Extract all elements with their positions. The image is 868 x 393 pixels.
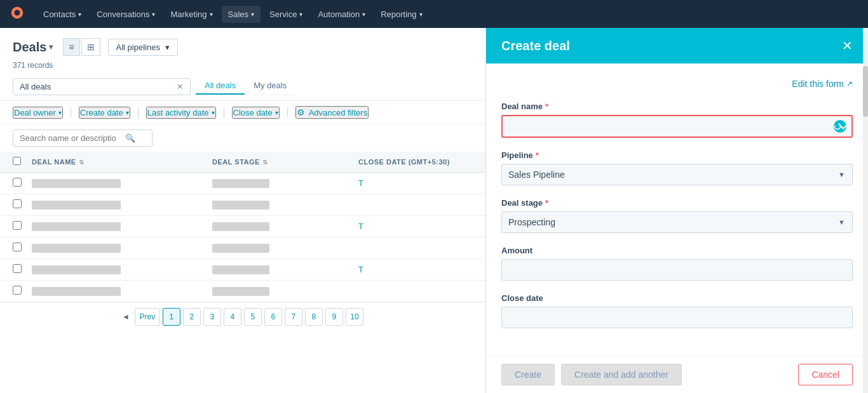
deal-stage-select[interactable]: Prospecting	[501, 211, 853, 233]
col-header-deal-stage[interactable]: DEAL STAGE ⇅	[212, 158, 358, 166]
blurred-deal-stage	[212, 287, 269, 296]
col-header-deal-name[interactable]: DEAL NAME ⇅	[32, 158, 212, 166]
table-header: DEAL NAME ⇅ DEAL STAGE ⇅ CLOSE DATE (GMT…	[0, 152, 485, 173]
deal-owner-filter[interactable]: Deal owner ▾	[13, 107, 63, 119]
col-header-close-date[interactable]: CLOSE DATE (GMT+5:30)	[358, 158, 473, 166]
table-row: T	[0, 259, 485, 281]
filter-tabs-row: All deals ✕ All deals My deals	[0, 72, 485, 101]
page-button-7[interactable]: 7	[285, 308, 302, 326]
separator	[71, 107, 71, 117]
search-icon[interactable]: 🔍	[125, 133, 135, 143]
modal-title: Create deal	[501, 39, 570, 53]
blurred-deal-name	[32, 179, 121, 188]
close-date-filter[interactable]: Close date ▾	[232, 107, 280, 119]
clear-filter-icon[interactable]: ✕	[177, 82, 184, 91]
nav-conversations[interactable]: Conversations ▾	[90, 6, 161, 23]
search-input[interactable]	[20, 133, 121, 143]
nav-marketing[interactable]: Marketing ▾	[164, 6, 219, 23]
deal-name-input[interactable]	[501, 115, 853, 138]
page-title[interactable]: Deals ▾	[13, 40, 53, 55]
scrollbar-thumb[interactable]	[863, 66, 868, 117]
filter-search-area: All deals ✕	[13, 78, 191, 95]
select-all-checkbox-wrap[interactable]	[13, 157, 32, 167]
search-input-wrap: 🔍	[13, 130, 153, 147]
select-all-checkbox[interactable]	[13, 157, 21, 165]
modal-body: Edit this form ↗ Deal name *	[486, 63, 868, 356]
chevron-down-icon: ▾	[212, 109, 215, 116]
deal-name-input-wrap	[501, 115, 853, 138]
separator	[287, 107, 288, 117]
deal-stage-group: Deal stage * Prospecting	[501, 198, 853, 233]
hubspot-logo	[10, 6, 24, 23]
cancel-button[interactable]: Cancel	[798, 364, 853, 385]
deal-name-group: Deal name *	[501, 102, 853, 138]
last-activity-date-filter[interactable]: Last activity date ▾	[146, 107, 216, 119]
pipeline-dropdown[interactable]: All pipelines ▾	[108, 39, 178, 56]
row-checkbox[interactable]	[13, 221, 22, 230]
separator	[138, 107, 139, 117]
blurred-deal-name	[32, 287, 121, 296]
chevron-down-icon: ▾	[210, 11, 213, 18]
table-row: T	[0, 173, 485, 194]
tab-my-deals[interactable]: My deals	[245, 77, 295, 95]
deal-stage-select-wrap: Prospecting	[501, 211, 853, 233]
page-button-4[interactable]: 4	[224, 308, 241, 326]
modal-header: Create deal ✕	[486, 28, 868, 63]
blurred-deal-name	[32, 244, 121, 253]
blurred-deal-stage	[212, 244, 269, 253]
table-row	[0, 281, 485, 302]
nav-service[interactable]: Service ▾	[263, 6, 309, 23]
blurred-deal-stage	[212, 179, 269, 188]
chevron-down-icon: ▾	[299, 11, 302, 18]
column-filters-row: Deal owner ▾ Create date ▾ Last activity…	[0, 101, 485, 124]
row-checkbox[interactable]	[13, 243, 22, 251]
sort-icon: ⇅	[79, 159, 85, 166]
page-button-10[interactable]: 10	[346, 308, 363, 326]
amount-label: Amount	[501, 246, 853, 255]
page-button-6[interactable]: 6	[264, 308, 282, 326]
table-row	[0, 237, 485, 259]
list-view-button[interactable]: ≡	[63, 38, 79, 56]
chevron-down-icon: ▾	[58, 109, 62, 116]
filter-tab-all-deals[interactable]: All deals	[20, 82, 51, 91]
blurred-deal-name	[32, 201, 121, 210]
chevron-down-icon: ▾	[362, 11, 365, 18]
required-indicator: *	[536, 150, 539, 160]
row-checkbox[interactable]	[13, 199, 22, 208]
create-button[interactable]: Create	[501, 364, 555, 385]
close-date-input[interactable]	[501, 307, 853, 328]
page-button-3[interactable]: 3	[203, 308, 221, 326]
close-date-group: Close date	[501, 293, 853, 328]
page-button-8[interactable]: 8	[305, 308, 323, 326]
chevron-down-icon: ▾	[275, 109, 278, 116]
page-button-2[interactable]: 2	[183, 308, 201, 326]
pipeline-select[interactable]: Sales Pipeline	[501, 164, 853, 185]
nav-reporting[interactable]: Reporting ▾	[374, 6, 428, 23]
scrollbar-track[interactable]	[863, 28, 868, 393]
prev-page-button[interactable]: Prev	[135, 308, 160, 326]
pipeline-label: Pipeline *	[501, 150, 853, 160]
nav-contacts[interactable]: Contacts ▾	[37, 6, 88, 23]
create-date-filter[interactable]: Create date ▾	[79, 107, 130, 119]
page-button-5[interactable]: 5	[244, 308, 262, 326]
blurred-deal-name	[32, 222, 121, 231]
nav-sales[interactable]: Sales ▾	[222, 6, 261, 23]
page-button-9[interactable]: 9	[325, 308, 343, 326]
row-checkbox[interactable]	[13, 286, 22, 295]
tab-all-deals[interactable]: All deals	[196, 77, 245, 95]
svg-point-2	[835, 124, 841, 130]
advanced-filters-button[interactable]: ⚙ Advanced filters	[295, 106, 369, 119]
amount-input[interactable]	[501, 259, 853, 281]
row-checkbox[interactable]	[13, 178, 22, 187]
row-checkbox[interactable]	[13, 264, 22, 273]
page-button-1[interactable]: 1	[163, 308, 180, 326]
edit-form-link[interactable]: Edit this form ↗	[792, 79, 853, 89]
create-and-add-another-button[interactable]: Create and add another	[561, 364, 682, 385]
nav-automation[interactable]: Automation ▾	[311, 6, 372, 23]
svg-point-1	[14, 10, 20, 15]
separator	[224, 107, 224, 117]
modal-close-button[interactable]: ✕	[842, 38, 853, 53]
grid-view-button[interactable]: ⊞	[81, 38, 100, 56]
required-indicator: *	[545, 198, 548, 208]
blurred-deal-name	[32, 265, 121, 274]
